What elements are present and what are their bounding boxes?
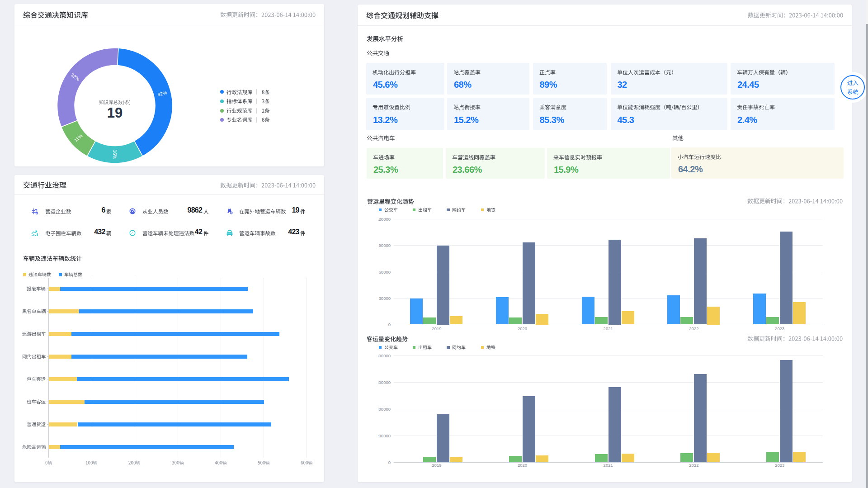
- svg-text:16%: 16%: [112, 150, 118, 159]
